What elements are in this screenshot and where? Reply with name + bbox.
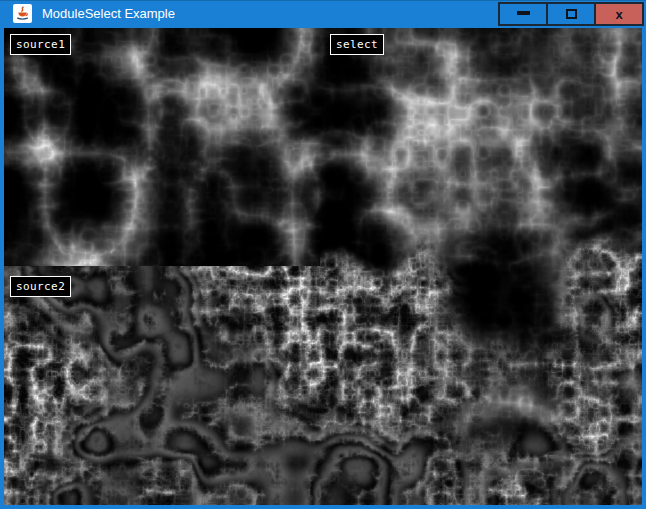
window-controls: x: [498, 2, 644, 26]
java-app-icon: [13, 4, 32, 23]
maximize-button[interactable]: [546, 2, 596, 26]
java-coffee-cup-icon: [15, 6, 30, 21]
label-select: select: [330, 34, 384, 55]
close-icon: x: [615, 8, 622, 21]
app-window: ModuleSelect Example x source1 select so…: [0, 0, 646, 509]
minimize-button[interactable]: [498, 2, 548, 26]
maximize-icon: [566, 9, 577, 19]
noise-canvas: [4, 28, 642, 505]
minimize-icon: [517, 11, 530, 15]
label-source2: source2: [10, 276, 71, 297]
titlebar[interactable]: ModuleSelect Example x: [0, 0, 646, 28]
render-area: source1 select source2: [4, 28, 642, 505]
label-source1: source1: [10, 34, 71, 55]
close-button[interactable]: x: [594, 2, 644, 26]
window-title: ModuleSelect Example: [42, 0, 175, 28]
